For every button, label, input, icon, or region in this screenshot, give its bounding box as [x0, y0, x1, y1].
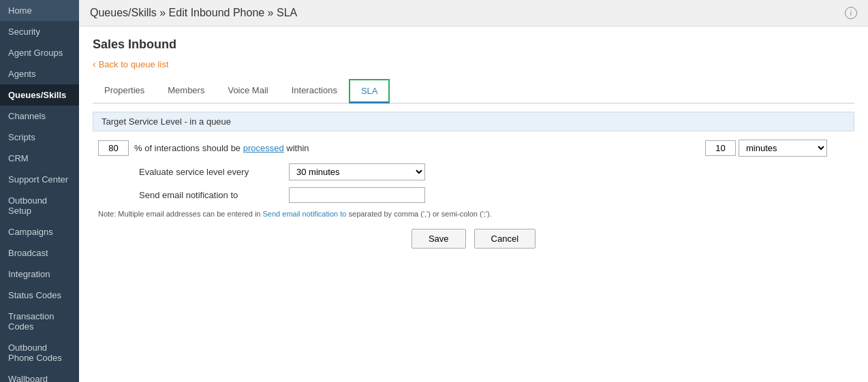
sla-content: Target Service Level - in a queue % of i…: [93, 112, 854, 249]
cancel-button[interactable]: Cancel: [474, 229, 536, 249]
sidebar-item-scripts[interactable]: Scripts: [0, 127, 79, 148]
email-input[interactable]: [289, 187, 425, 203]
sidebar-item-integration[interactable]: Integration: [0, 264, 79, 285]
sidebar-item-agents[interactable]: Agents: [0, 63, 79, 84]
main-content: Queues/Skills » Edit Inbound Phone » SLA…: [79, 0, 868, 382]
content-area: Sales Inbound ‹ Back to queue list Prope…: [79, 27, 868, 382]
tab-voice-mail[interactable]: Voice Mail: [216, 79, 279, 104]
sidebar-item-wallboard[interactable]: Wallboard: [0, 368, 79, 382]
sidebar-item-crm[interactable]: CRM: [0, 148, 79, 169]
time-unit-select-1[interactable]: minutes hours days: [739, 140, 827, 157]
note-text: Note: Multiple email addresses can be en…: [98, 210, 849, 218]
page-title: Queues/Skills » Edit Inbound Phone » SLA: [90, 7, 297, 19]
email-row: Send email notification to: [134, 187, 854, 203]
sidebar-item-outbound-phone-codes[interactable]: Outbound Phone Codes: [0, 337, 79, 368]
queue-name: Sales Inbound: [93, 37, 854, 52]
back-arrow-icon: ‹: [93, 59, 96, 69]
evaluate-row: Evaluate service level every 30 minutes …: [134, 163, 854, 180]
section-header: Target Service Level - in a queue: [93, 112, 854, 131]
page-header: Queues/Skills » Edit Inbound Phone » SLA…: [79, 0, 868, 27]
time-unit-select-2[interactable]: 30 minutes 1 hour 2 hours 4 hours: [289, 163, 425, 180]
tab-bar: PropertiesMembersVoice MailInteractionsS…: [93, 79, 854, 104]
sidebar-item-security[interactable]: Security: [0, 21, 79, 42]
time-group-2: 30 minutes 1 hour 2 hours 4 hours: [289, 163, 425, 180]
tab-properties[interactable]: Properties: [93, 79, 156, 104]
tab-interactions[interactable]: Interactions: [280, 79, 349, 104]
percent-input[interactable]: [98, 140, 129, 156]
sidebar-item-status-codes[interactable]: Status Codes: [0, 285, 79, 306]
time-group-1: minutes hours days: [705, 140, 827, 157]
sidebar-item-broadcast[interactable]: Broadcast: [0, 242, 79, 264]
email-label: Send email notification to: [139, 190, 289, 200]
interactions-label: % of interactions should be processed wi…: [134, 143, 309, 153]
button-row: Save Cancel: [93, 229, 854, 249]
save-button[interactable]: Save: [412, 229, 466, 249]
sidebar-item-agent-groups[interactable]: Agent Groups: [0, 42, 79, 63]
sidebar-item-queues/skills[interactable]: Queues/Skills: [0, 84, 79, 106]
back-to-queue-link[interactable]: ‹ Back to queue list: [93, 59, 854, 69]
sidebar-item-campaigns[interactable]: Campaigns: [0, 221, 79, 242]
evaluate-label: Evaluate service level every: [139, 167, 289, 177]
percent-row: % of interactions should be processed wi…: [93, 140, 854, 157]
sidebar: HomeSecurityAgent GroupsAgentsQueues/Ski…: [0, 0, 79, 382]
sidebar-item-support-center[interactable]: Support Center: [0, 169, 79, 190]
info-icon[interactable]: i: [845, 7, 857, 19]
time-value-input[interactable]: [705, 140, 736, 156]
tab-sla[interactable]: SLA: [349, 79, 390, 104]
sidebar-item-outbound-setup[interactable]: Outbound Setup: [0, 190, 79, 221]
back-link-label: Back to queue list: [99, 59, 169, 69]
sidebar-item-transaction-codes[interactable]: Transaction Codes: [0, 306, 79, 337]
sidebar-item-channels[interactable]: Channels: [0, 106, 79, 127]
tab-members[interactable]: Members: [156, 79, 216, 104]
sidebar-item-home[interactable]: Home: [0, 0, 79, 21]
